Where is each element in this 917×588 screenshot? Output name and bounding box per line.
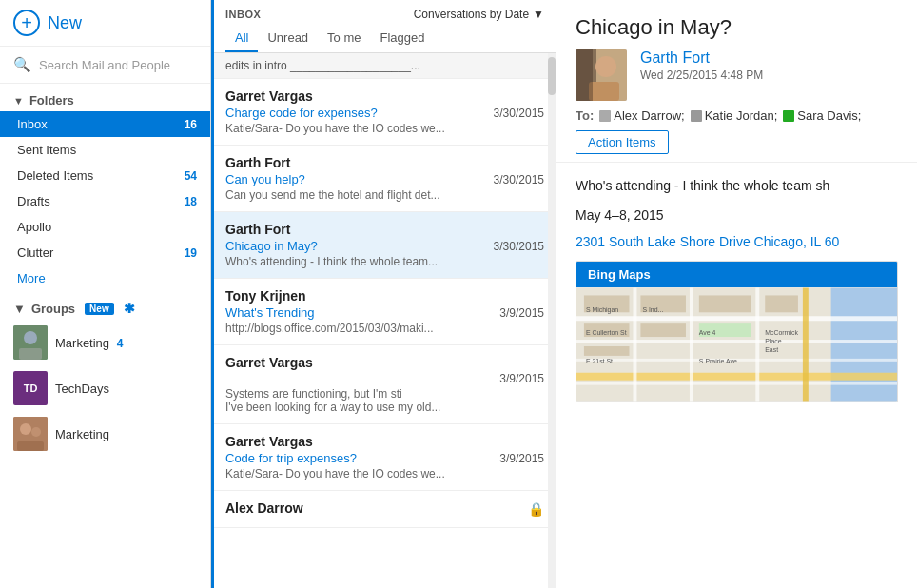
to-row: To: Alex Darrow; Katie Jordan; Sara Davi…: [576, 108, 898, 123]
email-preview-2: I've been looking for a way to use my ol…: [225, 401, 544, 414]
recipient-name: Sara Davis;: [797, 108, 861, 123]
filter-tab-unread[interactable]: Unread: [258, 25, 318, 52]
svg-rect-20: [690, 288, 693, 402]
groups-new-badge: New: [85, 303, 114, 315]
new-button[interactable]: + New: [0, 0, 210, 47]
folder-name: Apollo: [17, 220, 197, 234]
group-item-marketing2[interactable]: Marketing: [0, 411, 210, 457]
email-date: 3/9/2015: [499, 372, 544, 385]
svg-text:S Ind...: S Ind...: [642, 306, 663, 313]
more-link[interactable]: More: [0, 265, 210, 291]
sort-chevron-icon: ▼: [533, 8, 544, 21]
sender-info: Garth Fort Wed 2/25/2015 4:48 PM: [640, 49, 898, 82]
email-sender: Garth Fort: [225, 155, 544, 170]
scrollbar-thumb[interactable]: [548, 57, 556, 95]
svg-rect-22: [803, 288, 809, 402]
svg-text:S Prairie Ave: S Prairie Ave: [699, 358, 737, 364]
folder-apollo[interactable]: Apollo: [0, 214, 210, 240]
email-date: 3/30/2015: [494, 173, 544, 186]
email-subject: Code for trip expenses?: [225, 451, 357, 465]
email-sender: Garret Vargas: [225, 434, 544, 449]
email-date: 3/30/2015: [494, 107, 544, 120]
group-name: Marketing: [55, 336, 109, 350]
groups-chevron-icon: ▼: [13, 302, 26, 316]
svg-point-9: [595, 56, 616, 77]
folder-name: Clutter: [17, 245, 185, 260]
email-item[interactable]: Garret Vargas Code for trip expenses? 3/…: [214, 424, 556, 491]
svg-point-1: [24, 331, 37, 344]
email-subject: Can you help?: [225, 172, 305, 186]
folder-clutter[interactable]: Clutter 19: [0, 240, 210, 265]
group-avatar: [13, 325, 48, 360]
recipient-katie: Katie Jordan;: [691, 108, 778, 123]
svg-rect-2: [19, 348, 42, 360]
filter-tab-tome[interactable]: To me: [318, 25, 370, 52]
inbox-title: INBOX: [225, 9, 261, 20]
email-item[interactable]: Garret Vargas 3/9/2015 Systems are funct…: [214, 345, 556, 424]
map-placeholder[interactable]: S Michigan S Ind... E Cullerton St Ave 4…: [576, 287, 897, 402]
sender-name: Garth Fort: [640, 49, 898, 67]
folder-name: Drafts: [17, 194, 185, 208]
email-preview: Systems are functioning, but I'm sti: [225, 387, 544, 401]
recipient-name: Alex Darrow;: [614, 108, 684, 123]
sort-label-text: Conversations by Date: [414, 8, 529, 21]
group-name: TechDays: [55, 382, 109, 396]
group-info: TechDays: [55, 382, 197, 396]
inbox-header: INBOX Conversations by Date ▼ All Unread…: [214, 0, 556, 53]
svg-rect-30: [765, 295, 798, 312]
recipient-alex: Alex Darrow;: [599, 108, 684, 123]
groups-section-label: Groups: [31, 302, 75, 316]
filter-tab-all[interactable]: All: [225, 25, 258, 52]
folder-count: 19: [185, 246, 197, 260]
email-item[interactable]: Alex Darrow 🔒: [214, 491, 556, 528]
email-sender: Tony Krijnen: [225, 288, 544, 304]
email-preview: Who's attending - I think the whole team…: [225, 255, 544, 268]
bing-maps-header: Bing Maps: [576, 262, 897, 287]
email-sender: Garret Vargas: [225, 355, 544, 370]
svg-text:Place: Place: [765, 338, 781, 344]
folder-deleted-items[interactable]: Deleted Items 54: [0, 163, 210, 188]
email-item[interactable]: Garth Fort Can you help? 3/30/2015 Can y…: [214, 146, 556, 212]
folder-name: Sent Items: [17, 143, 197, 157]
folder-count: 16: [185, 118, 197, 131]
svg-rect-27: [640, 323, 686, 337]
email-item[interactable]: Tony Krijnen What's Trending 3/9/2015 ht…: [214, 279, 556, 345]
body-date: May 4–8, 2015: [576, 207, 898, 223]
new-label: New: [48, 13, 82, 33]
sort-label[interactable]: Conversations by Date ▼: [414, 8, 544, 21]
group-item-marketing1[interactable]: Marketing 4: [0, 320, 210, 365]
email-preview: Katie/Sara- Do you have the IO codes we.…: [225, 467, 544, 480]
action-items-button[interactable]: Action Items: [576, 130, 669, 154]
folder-drafts[interactable]: Drafts 18: [0, 188, 210, 214]
detail-header: Chicago in May? Garth Fort Wed 2/25/2015…: [556, 0, 917, 163]
svg-point-4: [20, 423, 31, 435]
group-item-techdays[interactable]: TD TechDays: [0, 365, 210, 411]
groups-section-header[interactable]: ▼ Groups New ✱: [0, 291, 210, 320]
email-item-selected[interactable]: Garth Fort Chicago in May? 3/30/2015 Who…: [214, 212, 556, 279]
group-info: Marketing: [55, 427, 197, 441]
email-preview: Can you send me the hotel and flight det…: [225, 188, 544, 202]
svg-text:East: East: [765, 346, 778, 353]
folder-name: Inbox: [17, 117, 185, 131]
sender-date: Wed 2/25/2015 4:48 PM: [640, 69, 898, 82]
folder-sent-items[interactable]: Sent Items: [0, 137, 210, 163]
svg-rect-25: [584, 346, 630, 356]
folder-inbox[interactable]: Inbox 16: [0, 111, 210, 137]
more-label: More: [17, 271, 46, 285]
search-icon: 🔍: [13, 56, 31, 73]
svg-rect-17: [576, 373, 897, 381]
group-name: Marketing: [55, 427, 109, 441]
search-box[interactable]: 🔍 Search Mail and People: [0, 47, 210, 84]
filter-tab-flagged[interactable]: Flagged: [371, 25, 435, 52]
detail-body: Who's attending - I think the whole team…: [556, 163, 917, 588]
body-address-link[interactable]: 2301 South Lake Shore Drive Chicago, IL …: [576, 234, 898, 249]
svg-rect-11: [576, 49, 593, 101]
search-placeholder: Search Mail and People: [39, 58, 170, 72]
svg-rect-15: [576, 340, 897, 343]
folders-section-header[interactable]: ▼ Folders: [0, 84, 210, 111]
group-avatar: TD: [13, 371, 48, 405]
svg-rect-21: [755, 288, 759, 402]
email-item[interactable]: Garret Vargas Charge code for expenses? …: [214, 79, 556, 146]
unread-snippet-text: edits in intro ___________________...: [225, 59, 420, 72]
new-circle-icon: +: [13, 10, 40, 36]
